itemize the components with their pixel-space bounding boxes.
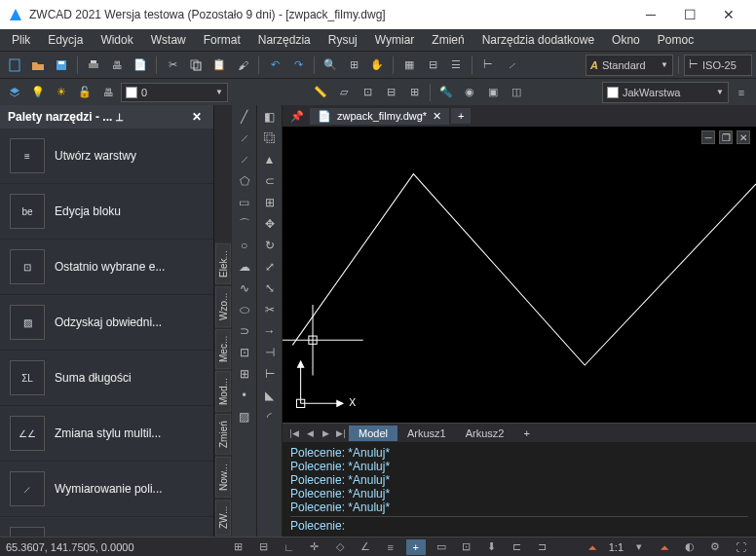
- viewport[interactable]: X ─ ❐ ✕: [283, 127, 756, 423]
- ann-button[interactable]: ⊐: [533, 539, 552, 555]
- ellipse-button[interactable]: ⬭: [234, 300, 255, 319]
- menu-narzędzia[interactable]: Narzędzia: [250, 31, 319, 49]
- new-doc-tab-button[interactable]: +: [451, 108, 471, 124]
- print-button[interactable]: [83, 55, 104, 76]
- extend-button[interactable]: →: [259, 321, 281, 341]
- join-button[interactable]: ⊢: [259, 364, 281, 384]
- array-button[interactable]: ⊞: [259, 193, 281, 212]
- zoom-extents-button[interactable]: 🔍: [320, 55, 341, 76]
- grid-button[interactable]: ⊟: [422, 55, 443, 76]
- xline-button[interactable]: ⟋: [234, 129, 255, 148]
- palette-item-3[interactable]: ▨Odzyskaj obwiedni...: [0, 295, 213, 351]
- cmd-prompt[interactable]: Polecenie:: [290, 516, 748, 533]
- minimize-button[interactable]: ─: [631, 0, 670, 29]
- break-button[interactable]: ⊣: [259, 343, 281, 362]
- text-style-combo[interactable]: A Standard ▼: [586, 55, 673, 76]
- menu-format[interactable]: Format: [196, 31, 248, 49]
- sc-button[interactable]: ⊏: [508, 539, 527, 555]
- close-palette-button[interactable]: ✕: [188, 110, 206, 124]
- layout-tab-model[interactable]: Model: [349, 426, 397, 441]
- palette-vtab-3[interactable]: Mod...: [215, 371, 231, 412]
- menu-wymiar[interactable]: Wymiar: [367, 31, 423, 49]
- ellipse-arc-button[interactable]: ⊃: [234, 321, 255, 341]
- visual-button[interactable]: ◫: [506, 82, 527, 103]
- paste-button[interactable]: 📋: [208, 55, 230, 76]
- circle-button[interactable]: ○: [234, 236, 255, 255]
- layer-plot-icon[interactable]: 🖶: [97, 82, 119, 103]
- erase-button[interactable]: ◧: [259, 107, 281, 127]
- layout-tab-sheet1[interactable]: Arkusz1: [397, 426, 456, 441]
- polyline-button[interactable]: ⟋: [234, 150, 255, 169]
- annoscale-icon[interactable]: ⏶: [584, 539, 603, 555]
- print-preview-button[interactable]: 🖶: [106, 55, 128, 76]
- offset-button[interactable]: ⊂: [259, 171, 281, 191]
- menu-narzędzia dodatkowe[interactable]: Narzędzia dodatkowe: [474, 31, 602, 49]
- vp-close-button[interactable]: ✕: [737, 130, 750, 144]
- line-button[interactable]: ╱: [234, 107, 255, 127]
- layer-lock-icon[interactable]: 🔓: [74, 82, 95, 103]
- annosync-button[interactable]: ▾: [629, 539, 649, 555]
- close-button[interactable]: ✕: [709, 0, 748, 29]
- open-button[interactable]: [27, 55, 49, 76]
- table-button[interactable]: ▦: [398, 55, 420, 76]
- close-doc-button[interactable]: ✕: [433, 110, 441, 123]
- polar-button[interactable]: ✛: [305, 539, 324, 555]
- maximize-button[interactable]: ☐: [670, 0, 709, 29]
- hatch-button[interactable]: ▨: [234, 407, 255, 426]
- layout-tab-add[interactable]: +: [513, 426, 539, 441]
- palette-vtab-4[interactable]: Zmień: [215, 414, 231, 455]
- palette-vtab-5[interactable]: Now...: [215, 457, 231, 498]
- tool3-button[interactable]: ⊡: [357, 82, 378, 103]
- vp-restore-button[interactable]: ❐: [719, 130, 733, 144]
- rotate-button[interactable]: ↻: [259, 236, 281, 255]
- render-button[interactable]: ◉: [459, 82, 480, 103]
- fullscreen-button[interactable]: ⛶: [731, 539, 750, 555]
- material-button[interactable]: ▣: [482, 82, 504, 103]
- otrack-button[interactable]: ∠: [356, 539, 375, 555]
- layout-first-button[interactable]: |◀: [286, 426, 302, 441]
- menu-rysuj[interactable]: Rysuj: [321, 31, 365, 49]
- palette-vtab-2[interactable]: Mec...: [215, 329, 231, 369]
- palette-item-6[interactable]: ⟋Wymiarowanie poli...: [0, 462, 213, 517]
- tool4-button[interactable]: ⊟: [380, 82, 401, 103]
- point-button[interactable]: •: [234, 386, 255, 405]
- lineweight-button[interactable]: ≡: [731, 82, 752, 103]
- layout-last-button[interactable]: ▶|: [333, 426, 349, 441]
- dim-linear-button[interactable]: ⊢: [477, 55, 499, 76]
- isolate-button[interactable]: ◐: [680, 539, 699, 555]
- layer-manager-button[interactable]: [4, 82, 25, 103]
- match-prop-button[interactable]: 🖌: [232, 55, 253, 76]
- palette-item-7[interactable]: 🔒Szyfruj LISP: [0, 517, 213, 537]
- pan-button[interactable]: ✋: [366, 55, 388, 76]
- menu-widok[interactable]: Widok: [93, 31, 140, 49]
- mirror-button[interactable]: ▲: [259, 150, 281, 169]
- layout-next-button[interactable]: ▶: [318, 426, 333, 441]
- scale-button[interactable]: ⤢: [259, 257, 281, 277]
- palette-item-0[interactable]: ≡Utwórz warstwy: [0, 129, 213, 184]
- menu-plik[interactable]: Plik: [4, 31, 38, 49]
- menu-edycja[interactable]: Edycja: [40, 31, 91, 49]
- chamfer-button[interactable]: ◣: [259, 386, 281, 405]
- arc-button[interactable]: ⌒: [234, 214, 255, 234]
- properties-button[interactable]: ☰: [445, 55, 467, 76]
- redo-button[interactable]: ↷: [287, 55, 309, 76]
- dyn-button[interactable]: +: [406, 539, 426, 555]
- qp-button[interactable]: ⬇: [482, 539, 502, 555]
- annoauto-icon[interactable]: ⏶: [655, 539, 674, 555]
- zoom-window-button[interactable]: ⊞: [343, 55, 364, 76]
- layer-combo[interactable]: 0 ▼: [121, 83, 228, 102]
- move-button[interactable]: ✥: [259, 214, 281, 234]
- cycle-button[interactable]: ⊡: [457, 539, 476, 555]
- grid-toggle-button[interactable]: ⊟: [254, 539, 274, 555]
- vp-minimize-button[interactable]: ─: [701, 130, 715, 144]
- spline-button[interactable]: ∿: [234, 278, 255, 298]
- menu-wstaw[interactable]: Wstaw: [143, 31, 194, 49]
- command-window[interactable]: Polecenie: *Anuluj*Polecenie: *Anuluj*Po…: [283, 442, 756, 537]
- dist-button[interactable]: 📏: [310, 82, 331, 103]
- dim-aligned-button[interactable]: ⟋: [501, 55, 522, 76]
- trim-button[interactable]: ✂: [259, 300, 281, 319]
- hardware-button[interactable]: ⚙: [705, 539, 725, 555]
- model-button[interactable]: ▭: [432, 539, 451, 555]
- palette-item-2[interactable]: ⊡Ostatnio wybrane e...: [0, 240, 213, 295]
- copy-button[interactable]: [185, 55, 207, 76]
